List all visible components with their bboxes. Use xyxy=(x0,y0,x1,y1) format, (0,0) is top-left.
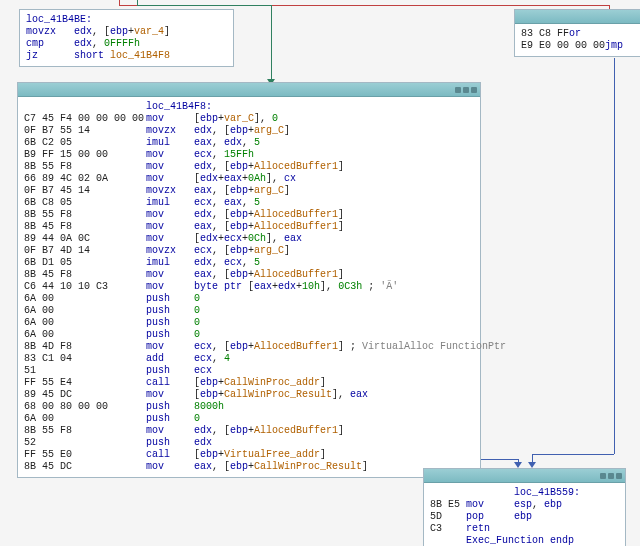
node-titlebar xyxy=(515,10,640,24)
instr-bytes: 0F B7 45 14 xyxy=(24,185,146,197)
instr-operands: 0 xyxy=(194,329,200,341)
asm-line: 5D popebp xyxy=(430,511,619,523)
instr-mnemonic: movzx xyxy=(146,125,194,137)
instr-operands: edx, [ebp+AllocedBuffer1] xyxy=(194,425,344,437)
instr-operands: [edx+eax+0Ah], cx xyxy=(194,173,296,185)
asm-line: 8B E5 movesp, ebp xyxy=(430,499,619,511)
node-right-code: 83 C8 FF orE9 E0 00 00 00 jmp xyxy=(515,24,640,56)
instr-operands: eax, [ebp+arg_C] xyxy=(194,185,290,197)
instr-bytes: FF 55 E4 xyxy=(24,377,146,389)
titlebar-btn-icon[interactable] xyxy=(471,87,477,93)
instr-operands: edx xyxy=(194,437,212,449)
instr-operands: eax, [ebp+AllocedBuffer1] xyxy=(194,269,344,281)
instr-mnemonic: push xyxy=(146,293,194,305)
instr-mnemonic: movzx xyxy=(146,245,194,257)
asm-line: 89 45 DCmov[ebp+CallWinProc_Result], eax xyxy=(24,389,474,401)
graph-node-right[interactable]: 83 C8 FF orE9 E0 00 00 00 jmp xyxy=(514,9,640,57)
asm-line: 66 89 4C 02 0Amov[edx+eax+0Ah], cx xyxy=(24,173,474,185)
instr-operands: 0 xyxy=(194,317,200,329)
instr-bytes: 5D xyxy=(430,511,466,523)
instr-operands: [ebp+var_C], 0 xyxy=(194,113,278,125)
asm-line: 0F B7 55 14movzxedx, [ebp+arg_C] xyxy=(24,125,474,137)
loc-label: loc_41B4BE: xyxy=(26,14,92,26)
instr-mnemonic: retn xyxy=(466,523,514,535)
asm-line: 8B 4D F8movecx, [ebp+AllocedBuffer1] ; V… xyxy=(24,341,474,353)
loc-label: loc_41B559: xyxy=(514,487,580,499)
asm-line: 8B 55 F8movedx, [ebp+AllocedBuffer1] xyxy=(24,161,474,173)
loc-label: loc_41B4F8: xyxy=(146,101,212,113)
instr-bytes: C3 xyxy=(430,523,466,535)
asm-line: 6A 00push0 xyxy=(24,293,474,305)
instr-mnemonic: mov xyxy=(146,269,194,281)
instr-bytes: 6A 00 xyxy=(24,317,146,329)
instr-bytes: C7 45 F4 00 00 00 00 xyxy=(24,113,146,125)
instr-mnemonic: pop xyxy=(466,511,514,523)
asm-line: C6 44 10 10 C3movbyte ptr [eax+edx+10h],… xyxy=(24,281,474,293)
instr-operands: 0 xyxy=(194,413,200,425)
instr-operands: edx, 0FFFFh xyxy=(74,38,140,50)
graph-node-bottom[interactable]: loc_41B559:8B E5 movesp, ebp5D popebpC3 … xyxy=(423,468,626,546)
instr-mnemonic: add xyxy=(146,353,194,365)
instr-bytes: 6B C2 05 xyxy=(24,137,146,149)
instr-operands: edx, ecx, 5 xyxy=(194,257,260,269)
instr-operands: ecx xyxy=(194,365,212,377)
node-titlebar xyxy=(424,469,625,483)
titlebar-btn-icon[interactable] xyxy=(608,473,614,479)
instr-bytes: 51 xyxy=(24,365,146,377)
instr-operands: edx, [ebp+AllocedBuffer1] xyxy=(194,161,344,173)
instr-mnemonic: or xyxy=(569,28,617,40)
instr-bytes: 66 89 4C 02 0A xyxy=(24,173,146,185)
node-main-code: loc_41B4F8:C7 45 F4 00 00 00 00mov[ebp+v… xyxy=(18,97,480,477)
instr-operands: 0 xyxy=(194,305,200,317)
titlebar-btn-icon[interactable] xyxy=(455,87,461,93)
instr-bytes: 8B 45 DC xyxy=(24,461,146,473)
instr-bytes: 6A 00 xyxy=(24,293,146,305)
instr-bytes: 6A 00 xyxy=(24,305,146,317)
asm-line: E9 E0 00 00 00 jmp xyxy=(521,40,640,52)
instr-bytes: FF 55 E0 xyxy=(24,449,146,461)
asm-line: 6A 00push0 xyxy=(24,329,474,341)
instr-operands: 8000h xyxy=(194,401,224,413)
instr-bytes: 6B D1 05 xyxy=(24,257,146,269)
instr-mnemonic: imul xyxy=(146,197,194,209)
instr-bytes: 89 45 DC xyxy=(24,389,146,401)
instr-operands: edx, [ebp+var_4] xyxy=(74,26,170,38)
instr-mnemonic: push xyxy=(146,401,194,413)
instr-operands: eax, [ebp+CallWinProc_Result] xyxy=(194,461,368,473)
instr-mnemonic: mov xyxy=(146,341,194,353)
graph-node-top[interactable]: loc_41B4BE:movzxedx, [ebp+var_4]cmpedx, … xyxy=(19,9,234,67)
instr-mnemonic: mov xyxy=(146,149,194,161)
instr-operands: [ebp+VirtualFree_addr] xyxy=(194,449,326,461)
titlebar-btn-icon[interactable] xyxy=(600,473,606,479)
instr-mnemonic: call xyxy=(146,449,194,461)
instr-mnemonic: cmp xyxy=(26,38,74,50)
instr-mnemonic: mov xyxy=(146,173,194,185)
instr-operands: esp, ebp xyxy=(514,499,562,511)
asm-line: 6B C2 05imuleax, edx, 5 xyxy=(24,137,474,149)
asm-line: 0F B7 45 14movzxeax, [ebp+arg_C] xyxy=(24,185,474,197)
instr-bytes: 68 00 80 00 00 xyxy=(24,401,146,413)
instr-bytes: 8B 45 F8 xyxy=(24,221,146,233)
instr-mnemonic: push xyxy=(146,329,194,341)
graph-node-main[interactable]: loc_41B4F8:C7 45 F4 00 00 00 00mov[ebp+v… xyxy=(17,82,481,478)
instr-bytes: 52 xyxy=(24,437,146,449)
instr-bytes: 8B 55 F8 xyxy=(24,425,146,437)
instr-bytes: 8B E5 xyxy=(430,499,466,511)
instr-operands: 0 xyxy=(194,293,200,305)
instr-operands: [edx+ecx+0Ch], eax xyxy=(194,233,302,245)
asm-line: FF 55 E0call[ebp+VirtualFree_addr] xyxy=(24,449,474,461)
instr-operands: edx, [ebp+AllocedBuffer1] xyxy=(194,209,344,221)
instr-bytes: 8B 4D F8 xyxy=(24,341,146,353)
titlebar-btn-icon[interactable] xyxy=(463,87,469,93)
instr-mnemonic: push xyxy=(146,317,194,329)
node-titlebar xyxy=(18,83,480,97)
instr-mnemonic: mov xyxy=(146,209,194,221)
instr-mnemonic: call xyxy=(146,377,194,389)
asm-line: FF 55 E4call[ebp+CallWinProc_addr] xyxy=(24,377,474,389)
asm-line: 0F B7 4D 14movzxecx, [ebp+arg_C] xyxy=(24,245,474,257)
asm-line: 8B 45 F8moveax, [ebp+AllocedBuffer1] xyxy=(24,221,474,233)
titlebar-btn-icon[interactable] xyxy=(616,473,622,479)
asm-line: 83 C8 FF or xyxy=(521,28,640,40)
asm-line: 6B C8 05imulecx, eax, 5 xyxy=(24,197,474,209)
asm-line: 6A 00push0 xyxy=(24,413,474,425)
